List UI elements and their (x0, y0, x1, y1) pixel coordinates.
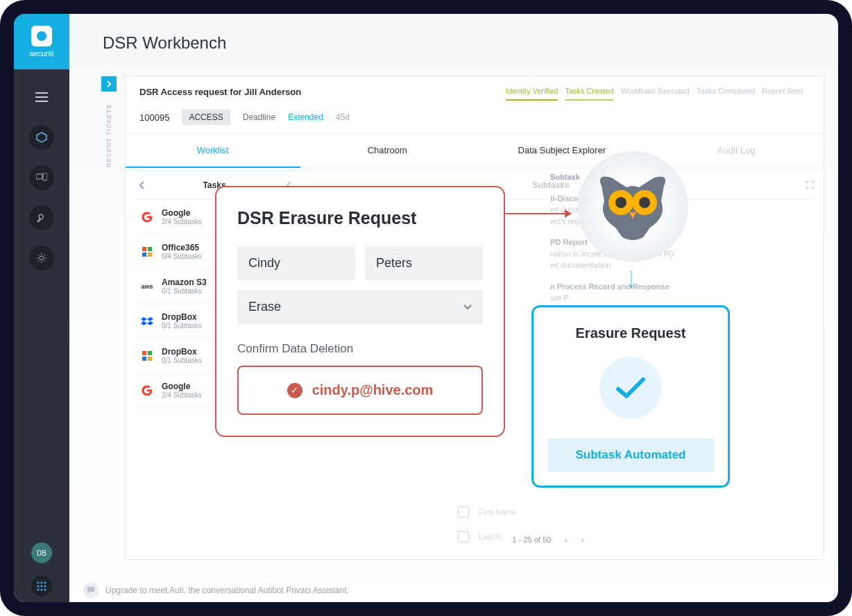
ticket-id: 100095 (139, 112, 169, 123)
result-title: Erasure Request (547, 325, 714, 341)
svg-rect-15 (148, 253, 152, 257)
step-workflows: Workflows Executed (620, 87, 689, 101)
deadline-days: 45d (336, 112, 350, 122)
chat-upgrade-text: Upgrade to meet Auti, the conversational… (105, 585, 349, 595)
erasure-modal-title: DSR Erasure Request (237, 208, 483, 228)
task-subcount: 0/4 Subtasks (162, 253, 202, 260)
provider-icon (139, 383, 155, 398)
svg-point-2 (40, 256, 44, 260)
step-completed: Tasks Completed (697, 87, 755, 101)
hamburger-icon[interactable] (29, 85, 54, 110)
step-identity: Identity Verified (506, 87, 558, 101)
success-circle-icon (599, 357, 662, 419)
confirm-box[interactable]: ✓ cindy.p@hive.com (237, 366, 483, 415)
svg-point-5 (44, 581, 46, 583)
task-name: Google (162, 382, 202, 391)
subtasks-column-title: Subtasks (532, 180, 569, 190)
result-badge: Subtask Automated (547, 438, 714, 472)
action-select[interactable]: Erase (237, 290, 483, 324)
svg-rect-19 (148, 357, 152, 361)
provider-icon (139, 209, 155, 225)
action-select-value: Erase (248, 300, 281, 314)
svg-point-9 (37, 588, 39, 590)
task-name: DropBox (162, 312, 202, 322)
task-subcount: 2/4 Subtasks (162, 391, 202, 399)
progress-steps: Identity Verified Tasks Created Workflow… (506, 87, 803, 101)
deadline-status[interactable]: Extended (288, 112, 323, 122)
svg-point-23 (615, 197, 627, 208)
first-name-field[interactable]: Cindy (237, 246, 355, 280)
expand-icon[interactable]: ⛶ (806, 180, 814, 190)
brand-logo-icon (31, 26, 52, 46)
nav-settings-icon[interactable] (29, 246, 54, 271)
task-subcount: 2/4 Subtasks (162, 218, 202, 225)
provider-icon: aws (139, 279, 155, 294)
task-name: Office365 (162, 243, 202, 253)
svg-point-6 (37, 585, 39, 587)
provider-icon (139, 244, 155, 259)
page-title: DSR Workbench (69, 14, 838, 67)
svg-point-10 (40, 588, 42, 590)
access-tag: ACCESS (182, 110, 230, 125)
task-name: DropBox (162, 347, 202, 357)
provider-icon (139, 348, 155, 363)
svg-rect-1 (43, 173, 47, 180)
apps-grid-icon[interactable] (31, 576, 52, 597)
svg-point-11 (44, 588, 46, 590)
sidebar-collapse-button[interactable] (101, 76, 117, 92)
deadline-label: Deadline (243, 112, 275, 122)
confirm-label: Confirm Data Deletion (237, 342, 483, 356)
ghost-last: Last N (479, 533, 501, 541)
brand-block: securiti (14, 14, 69, 69)
nav-dashboard-icon[interactable] (29, 125, 54, 150)
svg-point-7 (40, 585, 42, 587)
task-name: Google (162, 208, 202, 218)
pagination-text: 1 - 25 of 50 (513, 536, 552, 544)
recent-tickets-label: RECENT TICKETS (105, 104, 112, 167)
erasure-result-modal: Erasure Request Subtask Automated (531, 305, 730, 488)
user-avatar[interactable]: DB (31, 542, 52, 563)
svg-point-3 (37, 581, 39, 583)
confirm-email: cindy.p@hive.com (312, 382, 434, 398)
pagination-next-icon[interactable]: › (581, 536, 584, 544)
checkbox-icon (458, 506, 469, 517)
pagination: 1 - 25 of 50 ‹ › (282, 526, 814, 554)
ghost-first: First Name (479, 508, 516, 516)
svg-rect-13 (148, 247, 152, 251)
chat-bubble-icon[interactable] (83, 583, 99, 598)
checkbox-icon (458, 531, 469, 542)
arrow-right-icon (505, 207, 572, 221)
svg-point-8 (44, 585, 46, 587)
erasure-request-modal: DSR Erasure Request Cindy Peters Erase C… (215, 186, 505, 437)
chevron-down-icon (463, 305, 472, 310)
svg-rect-17 (148, 351, 152, 355)
last-name-field[interactable]: Peters (365, 246, 483, 280)
tab-worklist[interactable]: Worklist (126, 134, 300, 168)
nav-tools-icon[interactable] (29, 205, 54, 230)
task-subcount: 0/1 Subtasks (162, 322, 202, 330)
task-subcount: 0/1 Subtasks (162, 357, 202, 364)
svg-rect-18 (142, 357, 146, 361)
ghost-rows: First Name Last N (458, 506, 516, 542)
task-subcount: 0/1 Subtasks (162, 287, 207, 295)
svg-point-4 (40, 581, 42, 583)
step-tasks: Tasks Created (565, 87, 613, 101)
svg-rect-0 (36, 174, 42, 179)
nav-devices-icon[interactable] (29, 165, 54, 190)
svg-rect-16 (142, 351, 146, 355)
svg-rect-14 (142, 253, 146, 257)
tab-chatroom[interactable]: Chatroom (300, 134, 475, 168)
step-report: Report Sent (762, 87, 803, 101)
pagination-prev-icon[interactable]: ‹ (565, 536, 568, 544)
check-circle-icon: ✓ (287, 383, 303, 398)
svg-rect-12 (142, 247, 146, 251)
svg-point-24 (639, 197, 650, 208)
task-name: Amazon S3 (162, 277, 207, 287)
brand-label: securiti (30, 49, 54, 58)
provider-icon (139, 314, 155, 329)
tasks-back-icon[interactable] (135, 178, 149, 192)
owl-assistant-icon (577, 151, 688, 262)
